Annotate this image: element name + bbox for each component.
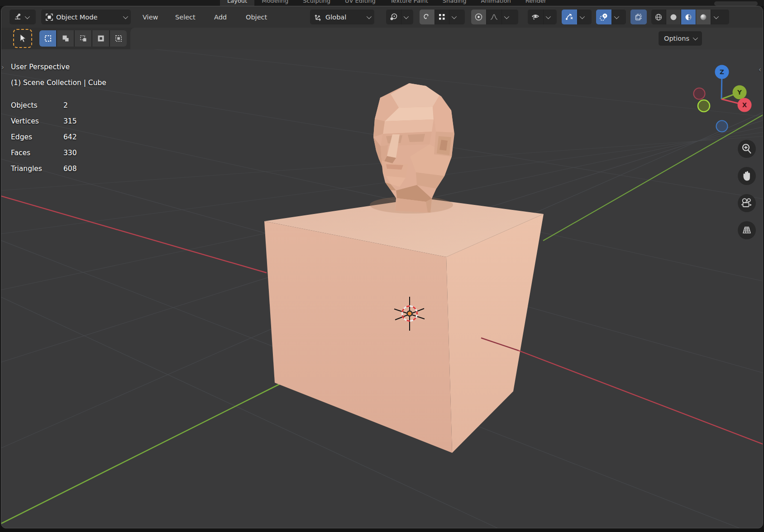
menu-object[interactable]: Object	[243, 10, 270, 24]
menu-view[interactable]: View	[140, 10, 161, 24]
gizmo-axis-neg-x[interactable]	[694, 88, 705, 100]
gizmo-axis-neg-z[interactable]	[716, 121, 728, 132]
chevron-down-icon	[404, 14, 409, 19]
tab-modeling[interactable]: Modeling	[254, 0, 296, 6]
stat-value: 2	[63, 101, 68, 109]
tab-layout[interactable]: Layout	[220, 0, 254, 6]
stat-label: Triangles	[11, 165, 42, 173]
visibility-eye-icon	[528, 10, 543, 24]
mode-label: Object Mode	[56, 14, 120, 21]
tab-uv-editing[interactable]: UV Editing	[338, 0, 383, 6]
chevron-down-icon	[693, 35, 698, 40]
menu-select[interactable]: Select	[172, 10, 198, 24]
mode-dropdown[interactable]: Object Mode	[41, 10, 131, 24]
svg-text:Z: Z	[720, 68, 724, 76]
editor-type-button[interactable]	[10, 10, 36, 24]
options-button[interactable]: Options	[659, 31, 702, 46]
sidebar-expand-arrow[interactable]: ‹	[759, 67, 761, 72]
head-object[interactable]	[373, 83, 454, 213]
select-mode-invert[interactable]	[91, 30, 109, 47]
xray-icon	[635, 13, 643, 21]
cube-left-face	[264, 221, 452, 453]
gizmo-axis-neg-y[interactable]	[698, 100, 710, 112]
tab-texture-paint[interactable]: Texture Paint	[383, 0, 435, 6]
magnet-icon	[423, 13, 431, 21]
orientation-label: Global	[325, 14, 364, 21]
gizmos-group	[562, 10, 592, 24]
chevron-down-icon	[452, 14, 457, 19]
chevron-down-icon	[714, 14, 719, 19]
overlays-group	[596, 10, 626, 24]
shading-solid-button[interactable]	[666, 10, 681, 24]
context-breadcrumb: (1) Scene Collection | Cube	[11, 79, 106, 87]
stat-value: 315	[63, 117, 77, 125]
proportional-edit-toggle[interactable]	[471, 10, 486, 24]
snap-group	[420, 10, 465, 24]
shading-rendered-button[interactable]	[696, 10, 711, 24]
y-axis-line-far	[543, 114, 763, 241]
cursor-arrow-icon	[18, 33, 27, 43]
select-mode-intersect[interactable]	[109, 30, 127, 47]
camera-view-button[interactable]	[738, 194, 756, 212]
viewport-header: Object Mode View Select Add Object Globa…	[1, 6, 763, 28]
proportional-falloff-button[interactable]	[486, 10, 501, 24]
stat-label: Edges	[11, 133, 32, 141]
gizmo-axis-y[interactable]: Y	[733, 86, 747, 100]
shading-mode-group	[651, 10, 729, 24]
stat-label: Objects	[11, 101, 38, 109]
viewport-area: Object Mode View Select Add Object Globa…	[1, 6, 763, 528]
workspace-tabbar: Layout Modeling Sculpting UV Editing Tex…	[0, 0, 764, 6]
chevron-down-icon	[614, 14, 619, 19]
scene-selector-fragment[interactable]	[714, 1, 758, 6]
select-mode-set[interactable]	[39, 30, 56, 47]
visibility-dropdown[interactable]	[528, 10, 557, 24]
view-perspective-label: User Perspective	[11, 63, 70, 71]
chevron-down-icon	[367, 14, 372, 19]
object-mode-icon	[45, 13, 53, 21]
navigation-gizmo[interactable]: Z Y X	[694, 65, 752, 132]
chevron-down-icon	[123, 14, 128, 19]
viewport-editor-icon	[14, 13, 22, 21]
stat-label: Faces	[11, 149, 30, 157]
select-mode-extend[interactable]	[56, 30, 74, 47]
tab-animation[interactable]: Animation	[474, 0, 518, 6]
pan-button[interactable]	[738, 167, 756, 185]
toolbar-expand-arrow[interactable]: ›	[1, 65, 4, 70]
xray-toggle[interactable]	[630, 10, 647, 24]
gizmo-axis-x[interactable]: X	[738, 98, 752, 112]
pivot-point-icon	[386, 10, 401, 24]
shading-wireframe-button[interactable]	[651, 10, 666, 24]
tab-shading[interactable]: Shading	[435, 0, 474, 6]
stat-label: Vertices	[11, 117, 39, 125]
tab-sculpting[interactable]: Sculpting	[296, 0, 338, 6]
perspective-toggle-button[interactable]	[738, 221, 756, 239]
orientation-axes-icon	[314, 13, 323, 21]
svg-text:X: X	[742, 101, 747, 109]
blender-window: Layout Modeling Sculpting UV Editing Tex…	[0, 0, 764, 532]
active-tool-select-box[interactable]	[13, 29, 32, 48]
zoom-button[interactable]	[738, 140, 756, 158]
tab-render[interactable]: Render	[518, 0, 554, 6]
stat-value: 608	[63, 165, 77, 173]
proportional-circle-icon	[474, 13, 483, 21]
overlays-toggle[interactable]	[596, 10, 611, 24]
viewport-nav-buttons	[738, 140, 756, 239]
proportional-edit-group	[471, 10, 518, 24]
shading-material-button[interactable]	[681, 10, 696, 24]
gizmos-toggle[interactable]	[562, 10, 577, 24]
menu-add[interactable]: Add	[211, 10, 229, 24]
gizmo-axis-z[interactable]: Z	[715, 65, 729, 79]
cube-object[interactable]	[264, 196, 544, 453]
stat-value: 642	[63, 133, 77, 141]
viewport-canvas[interactable]: Z Y X	[1, 49, 763, 528]
transform-orientation-dropdown[interactable]: Global	[310, 10, 374, 24]
svg-text:Y: Y	[737, 89, 742, 96]
select-mode-subtract[interactable]	[74, 30, 91, 47]
stat-value: 330	[63, 149, 77, 157]
snap-target-button[interactable]	[435, 10, 449, 24]
chevron-down-icon	[546, 14, 551, 19]
tool-settings-bar: Options	[1, 28, 763, 49]
options-label: Options	[664, 35, 689, 42]
pivot-point-dropdown[interactable]	[386, 10, 413, 24]
snap-toggle-button[interactable]	[420, 10, 435, 24]
